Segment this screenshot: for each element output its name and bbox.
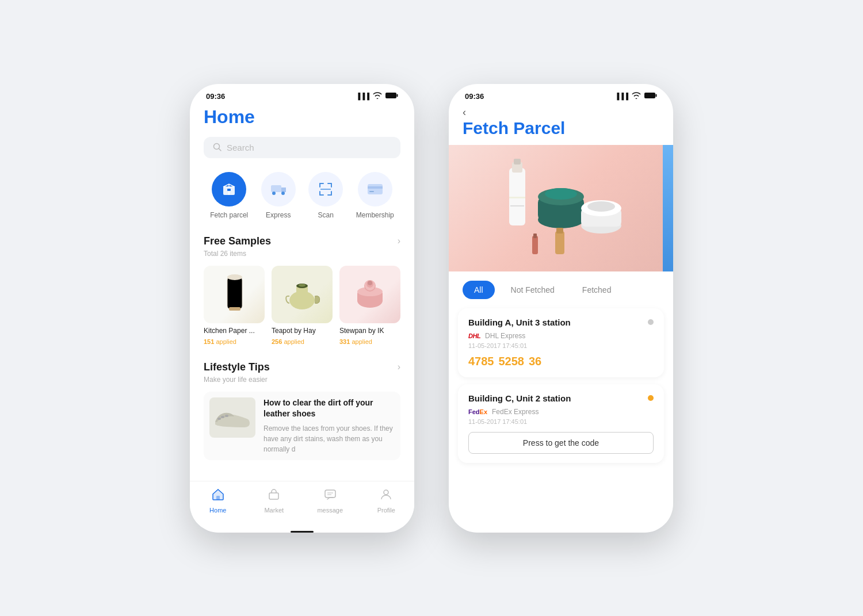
carrier-1-name: DHL Express	[485, 332, 525, 340]
tab-all[interactable]: All	[463, 281, 495, 299]
product-applied-teapot: 256 applied	[272, 338, 333, 345]
svg-rect-44	[325, 490, 335, 498]
carrier-1-datetime: 11-05-2017 17:45:01	[468, 342, 654, 349]
back-button[interactable]: ‹	[449, 104, 673, 118]
svg-rect-49	[656, 94, 657, 97]
card-icon	[367, 183, 383, 195]
station-1-name: Building A, Unit 3 station	[468, 317, 571, 327]
svg-rect-1	[397, 94, 398, 97]
lifestyle-article-title: How to clear the dirt off your leather s…	[264, 397, 395, 420]
product-name-kitchen: Kitchen Paper ...	[204, 327, 265, 335]
nav-home[interactable]: Home	[190, 488, 246, 514]
product-grid: Kitchen Paper ... 151 applied	[204, 266, 400, 345]
home-indicator	[291, 531, 314, 533]
svg-point-40	[221, 416, 224, 418]
svg-point-31	[299, 284, 306, 286]
fedex-logo: FedEx	[468, 408, 487, 415]
svg-rect-7	[227, 189, 231, 191]
shoe-svg	[212, 401, 253, 433]
search-bar[interactable]: Search	[204, 137, 400, 158]
carrier-2-info: FedEx FedEx Express	[468, 408, 654, 416]
svg-rect-54	[509, 197, 525, 198]
wifi-icon-right	[632, 92, 641, 100]
carrier-1-info: DHL DHL Express	[468, 332, 654, 340]
svg-point-11	[281, 192, 285, 195]
product-name-stewpan: Stewpan by IK	[339, 327, 400, 335]
market-nav-label: Market	[264, 507, 284, 514]
wifi-icon-left	[373, 92, 382, 100]
signal-icon-left: ▐▐▐	[356, 93, 369, 100]
product-applied-kitchen: 151 applied	[204, 338, 265, 345]
svg-rect-27	[229, 307, 240, 311]
carrier-2-datetime: 11-05-2017 17:45:01	[468, 418, 654, 425]
box-icon	[221, 181, 237, 197]
free-samples-subtitle: Total 26 items	[204, 250, 400, 258]
nav-profile[interactable]: Profile	[358, 488, 415, 514]
action-fetch-parcel[interactable]: Fetch parcel	[210, 172, 248, 219]
svg-point-47	[384, 490, 388, 495]
tracking-num-1b: 5258	[499, 355, 525, 368]
home-nav-label: Home	[209, 507, 226, 514]
time-right: 09:36	[465, 92, 484, 101]
status-bar-right: 09:36 ▐▐▐	[449, 84, 673, 104]
scan-icon	[318, 182, 333, 197]
lifestyle-tips-subtitle: Make your life easier	[204, 376, 400, 384]
bottom-nav: Home Market	[190, 481, 414, 527]
parcel-2-header: Building C, Unit 2 station	[468, 393, 654, 403]
product-card-stewpan[interactable]: Stewpan by IK 331 applied	[339, 266, 400, 345]
svg-rect-17	[319, 191, 320, 196]
kitchen-paper-svg	[219, 271, 250, 317]
parcel-card-1[interactable]: Building A, Unit 3 station DHL DHL Expre…	[458, 308, 664, 377]
battery-icon-right	[644, 92, 657, 100]
svg-rect-0	[385, 93, 396, 98]
lifestyle-text: How to clear the dirt off your leather s…	[264, 397, 395, 454]
lifestyle-card[interactable]: How to clear the dirt off your leather s…	[204, 392, 400, 460]
scene: 09:36 ▐▐▐ Home Search	[167, 61, 696, 556]
svg-rect-13	[319, 183, 320, 188]
tracking-num-1c: 36	[529, 355, 541, 368]
fetch-parcel-header: Fetch Parcel	[449, 118, 673, 145]
battery-icon-left	[385, 92, 398, 100]
tab-fetched[interactable]: Fetched	[571, 281, 623, 299]
fetch-parcel-label: Fetch parcel	[210, 211, 248, 219]
hero-area	[449, 145, 673, 271]
svg-rect-66	[532, 236, 538, 254]
back-icon: ‹	[463, 106, 466, 118]
svg-point-63	[587, 201, 615, 212]
product-img-kitchen	[204, 266, 265, 323]
profile-nav-icon	[380, 488, 392, 504]
svg-point-41	[225, 415, 228, 417]
fetch-parcel-icon	[212, 172, 246, 206]
action-express[interactable]: Express	[261, 172, 296, 219]
product-card-kitchen[interactable]: Kitchen Paper ... 151 applied	[204, 266, 265, 345]
parcel-1-header: Building A, Unit 3 station	[468, 317, 654, 327]
nav-market[interactable]: Market	[246, 488, 303, 514]
tab-not-fetched[interactable]: Not Fetched	[499, 281, 566, 299]
status-bar-left: 09:36 ▐▐▐	[190, 84, 414, 104]
nav-message[interactable]: message	[302, 488, 358, 514]
signal-icon-right: ▐▐▐	[615, 93, 628, 100]
status-dot-1	[648, 319, 654, 325]
svg-rect-23	[369, 191, 374, 192]
free-samples-chevron[interactable]: ›	[398, 236, 400, 246]
time-left: 09:36	[206, 92, 225, 101]
scan-icon-wrap	[308, 172, 343, 206]
lifestyle-chevron[interactable]: ›	[398, 362, 400, 372]
svg-rect-21	[368, 184, 383, 194]
product-card-teapot[interactable]: Teapot by Hay 256 applied	[272, 266, 333, 345]
get-code-button[interactable]: Press to get the code	[468, 432, 654, 454]
cosmetics-illustration	[475, 151, 647, 266]
applied-num-kitchen: 151	[204, 338, 214, 345]
fetch-tabs: All Not Fetched Fetched	[449, 281, 673, 299]
hero-products	[463, 145, 659, 271]
status-icons-right: ▐▐▐	[615, 92, 657, 100]
action-scan[interactable]: Scan	[308, 172, 343, 219]
svg-rect-29	[296, 286, 308, 302]
market-nav-icon	[268, 488, 280, 504]
action-membership[interactable]: Membership	[356, 172, 394, 219]
parcel-card-2[interactable]: Building C, Unit 2 station FedEx FedEx E…	[458, 384, 664, 463]
svg-rect-42	[216, 496, 220, 500]
profile-nav-label: Profile	[377, 507, 395, 514]
message-icon	[324, 488, 337, 501]
lifestyle-tips-title: Lifestyle Tips	[204, 361, 270, 373]
